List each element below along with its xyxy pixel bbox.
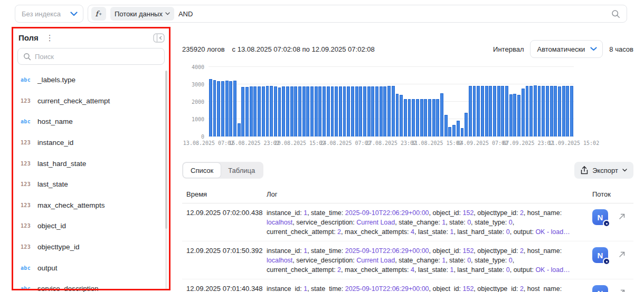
log-value: 2025-09-10T22:06:29+00:00 xyxy=(345,247,429,255)
field-item[interactable]: abc_labels.type xyxy=(13,70,164,91)
chart-bar-slot xyxy=(273,67,278,137)
stream-app-icon[interactable]: N xyxy=(592,209,608,225)
fields-sidebar: Поля ⋮ abc_labels.type123current_check_a… xyxy=(13,28,169,292)
chart-bar-slot xyxy=(261,67,266,137)
log-value: localhost xyxy=(267,219,292,226)
chart-bar-slot xyxy=(233,67,237,137)
export-button[interactable]: Экспорт xyxy=(574,162,633,179)
query-bar: f+ Потоки данных xyxy=(88,5,627,23)
log-value: 152 xyxy=(462,247,473,255)
log-key: host_name: xyxy=(527,209,562,217)
log-key: objecttype_id: xyxy=(477,209,520,217)
chart-bar xyxy=(241,87,244,137)
chart-bar-slot xyxy=(298,67,302,137)
chart-bar xyxy=(513,94,516,137)
log-key: host_name: xyxy=(527,285,562,292)
log-key: current_check_attempt: xyxy=(267,266,337,274)
interval-select-value: Автоматически xyxy=(537,45,585,53)
chart-bar xyxy=(270,86,273,137)
open-log-link-icon[interactable] xyxy=(619,289,626,292)
chart-bar-slot xyxy=(452,67,456,137)
tab-list[interactable]: Список xyxy=(183,163,221,178)
chart-bar-slot xyxy=(281,67,286,137)
field-item[interactable]: abcoutput xyxy=(13,257,164,278)
index-select[interactable]: Без индекса xyxy=(15,5,83,23)
log-value: 1 xyxy=(304,209,307,217)
log-key: state_type: xyxy=(475,219,509,226)
chart-bar xyxy=(335,86,338,137)
log-stream-cell: N xyxy=(592,208,633,237)
field-item[interactable]: abchost_name xyxy=(13,111,164,132)
table-row[interactable]: 12.09.2025 07:01:40.348instance_id: 1, s… xyxy=(182,279,633,292)
log-value: 0 xyxy=(509,257,513,264)
log-time: 12.09.2025 07:02:00.438 xyxy=(186,208,267,237)
field-item[interactable]: 123last_hard_state xyxy=(13,153,164,174)
interval-select[interactable]: Автоматически xyxy=(530,40,603,58)
streams-chip-label: Потоки данных xyxy=(115,10,163,18)
log-key: host_name: xyxy=(527,247,562,255)
tab-table[interactable]: Таблица xyxy=(221,163,262,178)
stream-app-icon[interactable]: N xyxy=(592,285,608,292)
stream-app-icon[interactable]: N xyxy=(592,247,608,263)
chart-bar-slot xyxy=(545,67,550,137)
chart-bar xyxy=(375,86,378,137)
chart-bar-slot xyxy=(322,67,326,137)
chart-bar xyxy=(501,86,504,137)
field-name: host_name xyxy=(37,118,73,125)
chart-bar-slot xyxy=(521,67,525,137)
field-item[interactable]: 123current_check_attempt xyxy=(13,91,164,112)
chart-bar-slot xyxy=(371,67,375,137)
chart-bar-slot xyxy=(456,67,460,137)
streams-filter-chip[interactable]: Потоки данных xyxy=(110,7,174,21)
fields-search[interactable] xyxy=(17,48,165,65)
view-tabs: СписокТаблица xyxy=(182,162,263,179)
chart-bar xyxy=(469,86,472,137)
chart-bar xyxy=(509,94,513,137)
chart-bar-slot xyxy=(550,67,554,137)
field-item[interactable]: abcservice_description xyxy=(13,278,164,292)
table-row[interactable]: 12.09.2025 07:01:50.392instance_id: 1, s… xyxy=(182,241,633,279)
chart-bar xyxy=(497,86,500,137)
chart-bar xyxy=(343,86,346,137)
chart-bar-slot xyxy=(213,67,217,137)
number-type-icon: 123 xyxy=(21,244,32,250)
chart-x-axis: 13.08.2025 07:0216.08.2025 23:0220.08.20… xyxy=(209,140,574,149)
chart-bar xyxy=(250,86,253,137)
chart-bar-slot xyxy=(209,67,213,137)
log-value: 0 xyxy=(467,257,471,264)
query-input[interactable] xyxy=(178,10,607,18)
field-name: object_id xyxy=(37,222,66,230)
chart-bar-slot xyxy=(403,67,408,137)
table-row[interactable]: 12.09.2025 07:02:00.438instance_id: 1, s… xyxy=(182,203,633,241)
interval-label: Интервал xyxy=(493,45,524,53)
chart-bar xyxy=(444,115,448,137)
chart-bar-slot xyxy=(472,67,477,137)
chart-bar-slot xyxy=(346,67,351,137)
collapse-panel-button[interactable] xyxy=(153,33,165,43)
field-item[interactable]: 123object_id xyxy=(13,216,164,237)
field-item[interactable]: 123max_check_attempts xyxy=(13,195,164,216)
field-name: objecttype_id xyxy=(37,243,80,251)
field-item[interactable]: 123objecttype_id xyxy=(13,237,164,258)
log-count: 235920 логов xyxy=(182,45,225,53)
chart-bar-slot xyxy=(387,67,391,137)
sidebar-scrollbar[interactable] xyxy=(165,71,167,290)
open-log-link-icon[interactable] xyxy=(619,251,626,258)
chart-bar-slot xyxy=(553,67,557,137)
chart-bar xyxy=(546,86,549,137)
chart-bar-slot xyxy=(525,67,529,137)
chart-bar xyxy=(327,86,330,137)
chart-bar xyxy=(440,93,443,137)
field-item[interactable]: 123instance_id xyxy=(13,132,164,153)
field-item[interactable]: 123last_state xyxy=(13,174,164,195)
add-function-button[interactable]: f+ xyxy=(91,7,106,21)
chart-bar xyxy=(562,86,565,137)
chart-bar-slot xyxy=(444,67,448,137)
export-icon xyxy=(581,166,588,174)
chart-bar xyxy=(323,86,326,137)
open-log-link-icon[interactable] xyxy=(619,213,626,220)
chart-y-tick-label: 2000 xyxy=(192,99,204,105)
fields-menu-button[interactable]: ⋮ xyxy=(44,33,56,43)
search-icon[interactable] xyxy=(611,9,620,18)
fields-search-input[interactable] xyxy=(35,53,159,61)
